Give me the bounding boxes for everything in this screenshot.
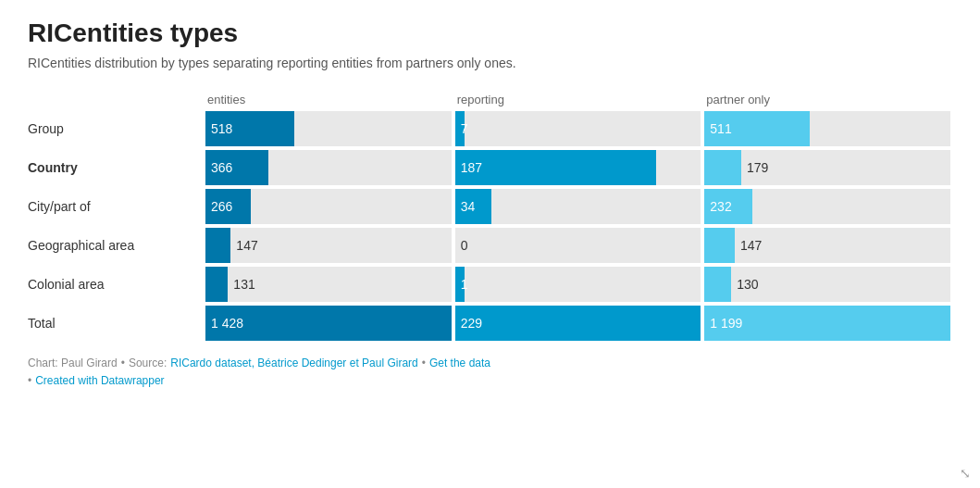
entities-bar <box>205 228 230 263</box>
entities-cell: 266 <box>205 189 452 224</box>
page-title: RICentities types <box>28 19 952 48</box>
reporting-cell: 1 <box>455 267 701 302</box>
row-label: Group <box>28 121 204 136</box>
partner-bar: 232 <box>704 189 751 224</box>
chart-author: Chart: Paul Girard <box>28 355 118 372</box>
col-empty <box>28 93 204 106</box>
partner-bar <box>704 267 731 302</box>
entities-value: 131 <box>228 277 254 292</box>
reporting-cell: 187 <box>455 150 701 185</box>
table-row: Colonial area1311130 <box>28 266 952 303</box>
entities-bar: 266 <box>205 189 251 224</box>
reporting-value: 0 <box>455 238 468 253</box>
chart-container: entities reporting partner only Group518… <box>28 93 952 342</box>
table-row: Country366187179 <box>28 149 952 186</box>
partner-cell: 511 <box>704 111 950 146</box>
reporting-cell: 34 <box>455 189 701 224</box>
chart-rows: Group5187511Country366187179City/part of… <box>28 110 952 342</box>
entities-cell: 518 <box>205 111 452 146</box>
reporting-bar: 187 <box>455 150 656 185</box>
source-prefix: Source: <box>129 355 167 372</box>
table-row: Geographical area1470147 <box>28 227 952 264</box>
row-label: Total <box>28 316 204 331</box>
partner-cell: 1 199 <box>704 306 950 341</box>
entities-value: 147 <box>230 238 257 253</box>
datawrapper-link[interactable]: Created with Datawrapper <box>35 372 164 390</box>
partner-cell: 179 <box>704 150 950 185</box>
partner-value: 179 <box>741 160 768 175</box>
partner-value: 147 <box>735 238 762 253</box>
reporting-bar: 7 <box>455 111 465 146</box>
get-data-link[interactable]: Get the data <box>429 355 490 372</box>
row-label: Country <box>28 160 204 175</box>
subtitle: RICentities distribution by types separa… <box>28 56 952 70</box>
partner-bar <box>704 228 735 263</box>
reporting-cell: 229 <box>455 306 701 341</box>
row-label: Colonial area <box>28 277 204 292</box>
source-link[interactable]: RICardo dataset, Béatrice Dedinger et Pa… <box>170 355 417 372</box>
entities-cell: 366 <box>205 150 452 185</box>
entities-bar: 366 <box>205 150 268 185</box>
reporting-bar: 1 <box>455 267 465 302</box>
entities-bar <box>205 267 228 302</box>
chart-header: entities reporting partner only <box>28 93 952 106</box>
entities-cell: 147 <box>205 228 452 263</box>
partner-cell: 147 <box>704 228 950 263</box>
partner-bar <box>704 150 741 185</box>
reporting-bar: 229 <box>455 306 701 341</box>
table-row: Total1 4282291 199 <box>28 305 952 342</box>
col-reporting: reporting <box>453 93 703 106</box>
reporting-bar: 34 <box>455 189 491 224</box>
footer: Chart: Paul Girard • Source: RICardo dat… <box>28 355 952 390</box>
entities-cell: 1 428 <box>205 306 452 341</box>
table-row: Group5187511 <box>28 110 952 147</box>
partner-bar: 511 <box>704 111 809 146</box>
reporting-cell: 0 <box>455 228 701 263</box>
reporting-cell: 7 <box>455 111 701 146</box>
partner-bar: 1 199 <box>704 306 950 341</box>
row-label: City/part of <box>28 199 204 214</box>
partner-cell: 232 <box>704 189 950 224</box>
partner-value: 130 <box>731 277 758 292</box>
col-partner: partner only <box>702 93 952 106</box>
resize-icon: ⤡ <box>960 466 971 481</box>
col-entities: entities <box>204 93 453 106</box>
partner-cell: 130 <box>704 267 950 302</box>
entities-bar: 518 <box>205 111 294 146</box>
entities-cell: 131 <box>205 267 452 302</box>
row-label: Geographical area <box>28 238 204 253</box>
entities-bar: 1 428 <box>205 306 452 341</box>
table-row: City/part of26634232 <box>28 188 952 225</box>
